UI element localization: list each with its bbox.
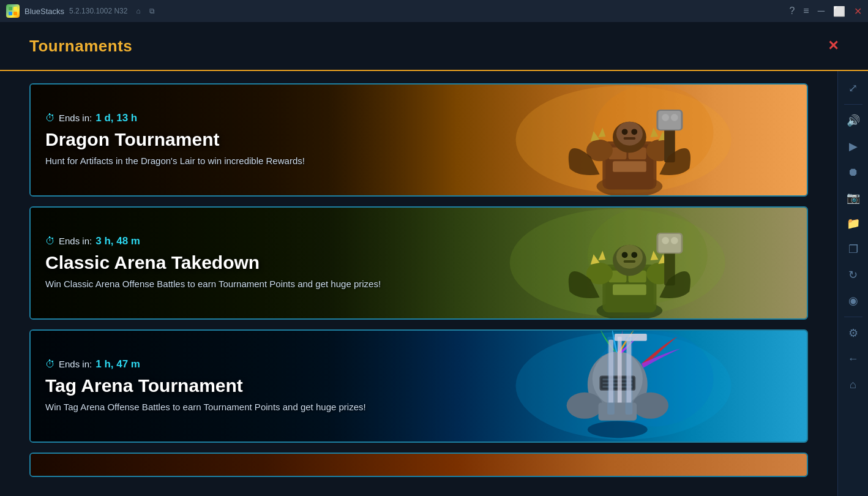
card-content-arena: ⏱ Ends in: 3 h, 48 m Classic Arena Taked… — [31, 208, 457, 318]
camera-icon[interactable]: 📷 — [842, 187, 864, 209]
tournaments-header: Tournaments ✕ — [0, 22, 868, 71]
svg-point-37 — [616, 245, 642, 269]
timer-value-tag: 1 h, 47 m — [95, 358, 140, 370]
svg-point-39 — [631, 252, 637, 258]
card-desc-arena: Win Classic Arena Offense Battles to ear… — [45, 277, 443, 291]
timer-row-tag: ⏱ Ends in: 1 h, 47 m — [45, 358, 443, 370]
title-bar: BlueStacks 5.2.130.1002 N32 ⌂ ⧉ ? ≡ ─ ⬜ … — [0, 0, 868, 22]
menu-icon[interactable]: ≡ — [803, 6, 809, 17]
tournament-card-tag[interactable]: ⏱ Ends in: 1 h, 47 m Tag Arena Tournamen… — [29, 329, 808, 443]
home-icon-tb[interactable]: ⌂ — [136, 7, 140, 15]
svg-rect-71 — [625, 337, 632, 415]
svg-rect-2 — [9, 12, 12, 15]
svg-rect-16 — [623, 137, 635, 140]
timer-row-dragon: ⏱ Ends in: 1 d, 13 h — [45, 112, 443, 124]
sidebar-divider-2 — [844, 317, 862, 317]
timer-label-arena: Ends in: — [59, 236, 92, 246]
card-desc-tag: Win Tag Arena Offense Battles to earn To… — [45, 400, 443, 415]
card-title-dragon: Dragon Tournament — [45, 129, 443, 149]
svg-rect-65 — [630, 334, 646, 341]
svg-rect-11 — [613, 161, 646, 172]
card-content-tag: ⏱ Ends in: 1 h, 47 m Tag Arena Tournamen… — [31, 331, 457, 442]
card-desc-dragon: Hunt for Artifacts in the Dragon's Lair … — [45, 154, 443, 168]
timer-value-arena: 3 h, 48 m — [95, 235, 140, 247]
expand-icon[interactable]: ⤢ — [842, 77, 864, 99]
svg-point-51 — [671, 237, 678, 244]
page-title: Tournaments — [29, 37, 132, 56]
svg-rect-3 — [13, 12, 17, 15]
main-content: ⏱ Ends in: 1 d, 13 h Dragon Tournament H… — [0, 71, 868, 496]
volume-icon[interactable]: 🔊 — [842, 110, 864, 132]
window-controls: ? ≡ ─ ⬜ ✕ — [789, 6, 862, 17]
svg-point-15 — [631, 129, 637, 135]
app-version: 5.2.130.1002 N32 — [69, 7, 127, 15]
back-icon[interactable]: ← — [842, 348, 864, 370]
svg-rect-25 — [658, 111, 681, 129]
tournament-card-arena[interactable]: ⏱ Ends in: 3 h, 48 m Classic Arena Taked… — [29, 206, 808, 320]
tournament-card-dragon[interactable]: ⏱ Ends in: 1 d, 13 h Dragon Tournament H… — [29, 83, 808, 197]
svg-point-50 — [662, 237, 669, 244]
timer-row-arena: ⏱ Ends in: 3 h, 48 m — [45, 235, 443, 247]
timer-label-tag: Ends in: — [59, 359, 92, 369]
video-icon[interactable]: ▶ — [842, 135, 864, 157]
tournament-card-partial[interactable] — [29, 453, 808, 477]
folder-icon[interactable]: 📁 — [842, 212, 864, 235]
svg-point-67 — [566, 393, 602, 419]
timer-label-dragon: Ends in: — [59, 113, 92, 123]
sidebar-divider-1 — [844, 104, 862, 105]
svg-point-26 — [662, 114, 669, 121]
minimize-btn[interactable]: ─ — [818, 6, 825, 17]
svg-point-68 — [632, 393, 668, 419]
svg-rect-0 — [9, 7, 12, 10]
svg-rect-49 — [658, 234, 681, 252]
svg-point-27 — [671, 114, 678, 121]
earth-icon[interactable]: ◉ — [842, 290, 864, 312]
svg-point-14 — [621, 129, 627, 135]
timer-icon-tag: ⏱ — [45, 359, 55, 370]
svg-rect-35 — [613, 284, 646, 295]
svg-rect-70 — [607, 337, 615, 415]
tournament-list: ⏱ Ends in: 1 d, 13 h Dragon Tournament H… — [0, 71, 837, 496]
home-icon[interactable]: ⌂ — [842, 374, 864, 396]
svg-point-38 — [621, 252, 627, 258]
card-title-tag: Tag Arena Tournament — [45, 375, 443, 396]
settings-icon[interactable]: ⚙ — [842, 322, 864, 344]
svg-rect-40 — [623, 260, 635, 263]
svg-rect-1 — [13, 7, 17, 10]
timer-value-dragon: 1 d, 13 h — [95, 112, 137, 124]
header-close-btn[interactable]: ✕ — [828, 38, 839, 54]
sync-icon[interactable]: ↻ — [842, 264, 864, 286]
card-title-arena: Classic Arena Takedown — [45, 252, 443, 272]
app-logo — [6, 4, 20, 18]
help-icon[interactable]: ? — [789, 6, 795, 17]
svg-point-54 — [588, 421, 648, 438]
card-background-partial — [31, 454, 807, 476]
layers-icon[interactable]: ❐ — [842, 238, 864, 260]
window-close-btn[interactable]: ✕ — [854, 6, 862, 17]
card-content-dragon: ⏱ Ends in: 1 d, 13 h Dragon Tournament H… — [31, 85, 457, 195]
timer-icon-dragon: ⏱ — [45, 113, 55, 124]
app-name: BlueStacks — [24, 7, 64, 16]
svg-point-13 — [616, 122, 642, 146]
record-icon[interactable]: ⏺ — [842, 161, 864, 183]
maximize-btn[interactable]: ⬜ — [833, 6, 845, 17]
right-sidebar: ⤢ 🔊 ▶ ⏺ 📷 📁 ❐ ↻ ◉ ⚙ ← ⌂ — [837, 71, 868, 496]
timer-icon-arena: ⏱ — [45, 236, 55, 247]
copy-icon-tb[interactable]: ⧉ — [149, 7, 155, 15]
